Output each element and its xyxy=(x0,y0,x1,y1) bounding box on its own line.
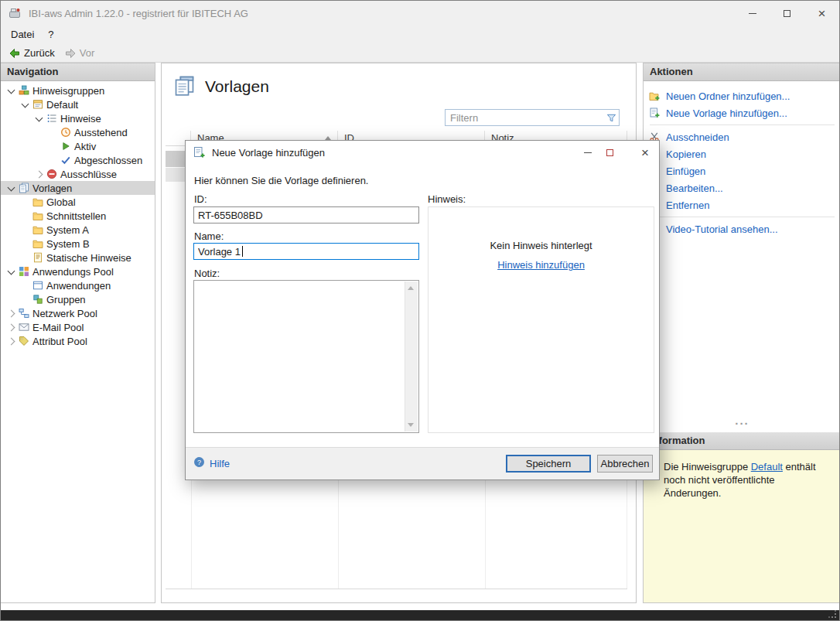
dialog-minimize-button[interactable] xyxy=(577,141,599,164)
info-text-before: Die Hinweisgruppe xyxy=(664,461,751,473)
id-field[interactable] xyxy=(193,206,419,223)
forward-button[interactable]: Vor xyxy=(60,45,100,62)
default-group-link[interactable]: Default xyxy=(751,461,783,473)
tree-item[interactable]: Ausstehend xyxy=(1,125,155,139)
chevron-down-icon[interactable] xyxy=(5,182,18,194)
new-template-dialog: Neue Vorlage hinzufügen × Hier können Si… xyxy=(185,140,660,480)
action-item[interactable]: Neuen Ordner hinzufügen... xyxy=(644,87,840,104)
notice-group-icon xyxy=(32,99,44,110)
chevron-down-icon[interactable] xyxy=(5,265,18,278)
tree-item[interactable]: Ausschlüsse xyxy=(1,167,155,181)
tree-item[interactable]: System B xyxy=(1,237,155,251)
chevron-right-icon[interactable] xyxy=(33,168,46,180)
tree-item[interactable]: Gruppen xyxy=(1,292,155,306)
window-close-button[interactable]: × xyxy=(804,1,839,26)
name-field[interactable] xyxy=(193,243,419,260)
tree-item[interactable]: Global xyxy=(1,195,155,209)
chevron-right-icon[interactable] xyxy=(5,335,18,347)
notiz-field[interactable] xyxy=(194,281,418,432)
tree-item-label: Default xyxy=(44,99,81,111)
tree-item[interactable]: System A xyxy=(1,223,155,237)
information-header: Information xyxy=(644,432,840,450)
dialog-description: Hier können Sie die Vorlage definieren. xyxy=(194,175,368,186)
action-item[interactable]: Kopieren xyxy=(644,145,840,162)
notiz-label: Notiz: xyxy=(194,268,220,279)
application-icon xyxy=(32,280,44,291)
chevron-spacer xyxy=(19,210,32,222)
chevron-spacer xyxy=(19,223,32,236)
tree-item-label: E-Mail Pool xyxy=(30,322,87,333)
tree-item[interactable]: Default xyxy=(1,97,155,111)
action-item[interactable]: Entfernen xyxy=(644,196,840,213)
back-button[interactable]: Zurück xyxy=(4,45,60,62)
back-arrow-icon xyxy=(9,47,21,60)
tree-item[interactable]: Anwendungs Pool xyxy=(1,264,155,278)
scroll-up-icon[interactable] xyxy=(408,286,414,290)
save-button[interactable]: Speichern xyxy=(506,455,591,473)
exclusion-icon xyxy=(46,169,58,179)
chevron-spacer xyxy=(47,140,60,152)
tree-item[interactable]: Anwendungen xyxy=(1,278,155,292)
resize-grip[interactable] xyxy=(828,610,836,618)
information-box: Die Hinweisgruppe Default enthält noch n… xyxy=(644,450,840,602)
chevron-down-icon[interactable] xyxy=(5,84,18,97)
action-item[interactable]: Video-Tutorial ansehen... xyxy=(644,220,840,237)
chevron-spacer xyxy=(47,126,60,138)
scroll-down-icon[interactable] xyxy=(408,423,414,427)
action-item[interactable]: Ausschneiden xyxy=(644,128,840,145)
chevron-down-icon[interactable] xyxy=(33,112,46,125)
tree-item-label: Netzwerk Pool xyxy=(30,308,101,319)
tree-item[interactable]: Netzwerk Pool xyxy=(1,306,155,320)
tree-item[interactable]: Abgeschlossen xyxy=(1,153,155,167)
help-link[interactable]: ? Hilfe xyxy=(193,456,230,470)
network-icon xyxy=(18,308,30,319)
filter-funnel-icon[interactable] xyxy=(603,113,619,123)
id-label: ID: xyxy=(194,193,207,205)
separator xyxy=(650,217,835,217)
tree-item[interactable]: Vorlagen xyxy=(1,181,155,195)
forward-label: Vor xyxy=(80,47,95,59)
action-item[interactable]: Neue Vorlage hinzufügen... xyxy=(644,104,840,121)
filter-input[interactable] xyxy=(446,112,603,124)
maximize-icon xyxy=(784,10,790,17)
hinweis-label: Hinweis: xyxy=(428,193,466,205)
menu-bar: Datei ? xyxy=(1,26,839,44)
chevron-right-icon[interactable] xyxy=(5,307,18,319)
notiz-scrollbar[interactable] xyxy=(405,281,418,432)
chevron-down-icon[interactable] xyxy=(19,98,32,111)
completed-icon xyxy=(60,155,72,165)
action-item-label: Kopieren xyxy=(666,148,706,160)
tree-item[interactable]: Attribut Pool xyxy=(1,334,155,348)
tree-item[interactable]: Statische Hinweise xyxy=(1,251,155,264)
tree-item[interactable]: Schnittstellen xyxy=(1,209,155,223)
tree-item[interactable]: Aktiv xyxy=(1,139,155,153)
window-maximize-button[interactable] xyxy=(770,1,804,26)
tree-item-label: Vorlagen xyxy=(30,183,75,194)
title-bar: IBI-aws Admin 1.22.0 - registriert für I… xyxy=(1,1,839,26)
tree-item[interactable]: E-Mail Pool xyxy=(1,320,155,334)
action-item[interactable]: Bearbeiten... xyxy=(644,179,840,196)
tree-item[interactable]: Hinweisgruppen xyxy=(1,84,155,97)
menu-help[interactable]: ? xyxy=(41,26,60,44)
dialog-maximize-button[interactable] xyxy=(599,141,620,164)
tree-item-label: System A xyxy=(44,224,92,236)
dialog-close-button[interactable]: × xyxy=(634,141,656,164)
chevron-right-icon[interactable] xyxy=(5,321,18,333)
templates-icon xyxy=(174,75,195,98)
mail-icon xyxy=(18,322,30,333)
tree-item-label: System B xyxy=(44,238,93,250)
tree-item-label: Gruppen xyxy=(44,294,89,305)
tree-item[interactable]: Hinweise xyxy=(1,111,155,125)
maximize-icon xyxy=(606,149,613,156)
action-item-label: Entfernen xyxy=(666,200,709,211)
menu-datei[interactable]: Datei xyxy=(4,26,41,44)
dialog-controls: × xyxy=(577,141,656,164)
action-item[interactable]: Einfügen xyxy=(644,162,840,179)
toolbar: Zurück Vor xyxy=(1,44,839,63)
section-splitter[interactable]: ... xyxy=(644,416,840,425)
window-minimize-button[interactable] xyxy=(735,1,770,26)
hinweis-add-link[interactable]: Hinweis hinzufügen xyxy=(497,259,585,271)
hinweis-empty-text: Kein Hinweis hinterlegt xyxy=(429,240,654,251)
cancel-button[interactable]: Abbrechen xyxy=(597,455,653,473)
chevron-spacer xyxy=(47,154,60,166)
